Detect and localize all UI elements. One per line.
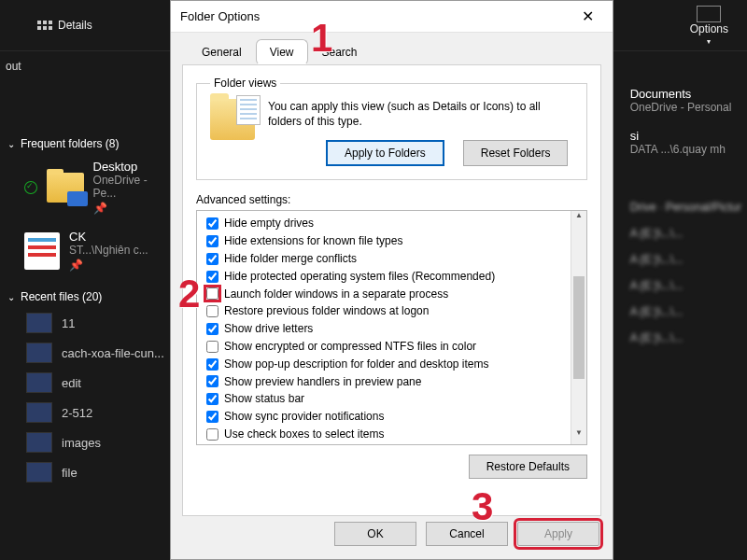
tab-search[interactable]: Search (308, 39, 372, 65)
option-label: Hide extensions for known file types (224, 233, 402, 249)
cancel-button[interactable]: Cancel (426, 522, 508, 546)
sync-check-icon (24, 181, 37, 194)
advanced-option[interactable]: Restore previous folder windows at logon (206, 302, 585, 320)
option-checkbox[interactable] (206, 323, 218, 335)
ribbon-details[interactable]: Details (37, 19, 92, 32)
file-drive: A (E:)\...\... (630, 279, 741, 292)
tab-body: Folder views You can apply this view (su… (182, 64, 601, 516)
advanced-option[interactable]: Hide extensions for known file types (206, 232, 585, 250)
apply-button[interactable]: Apply (517, 522, 599, 546)
option-label: Hide empty drives (224, 216, 314, 231)
file-name: 11 (62, 316, 75, 330)
file-thumb-icon (26, 372, 52, 393)
option-label: Show sync provider notifications (224, 409, 384, 425)
document-icon (24, 232, 60, 270)
file-name: edit (62, 376, 81, 390)
option-checkbox[interactable] (206, 375, 218, 387)
file-drive: A (E:)\...\... (630, 305, 741, 318)
option-checkbox[interactable] (206, 411, 218, 423)
option-checkbox[interactable] (206, 341, 218, 353)
option-checkbox[interactable] (206, 271, 218, 283)
folder-item[interactable]: si DATA ...\6.quay mh (630, 129, 741, 156)
file-row[interactable]: file (26, 462, 173, 483)
advanced-settings-label: Advanced settings: (196, 193, 587, 206)
file-row[interactable]: cach-xoa-file-cun... (26, 343, 173, 363)
advanced-option[interactable]: Show preview handlers in preview pane (206, 373, 585, 391)
restore-defaults-button[interactable]: Restore Defaults (469, 455, 587, 479)
folder-sub: ST...\Nghiên c... (69, 244, 148, 257)
option-label: Use check boxes to select items (224, 427, 384, 442)
advanced-option[interactable]: Show status bar (206, 390, 585, 408)
chevron-down-icon: ▾ (707, 37, 711, 46)
advanced-option[interactable]: Launch folder windows in a separate proc… (206, 286, 585, 303)
advanced-option[interactable]: Show sync provider notifications (206, 408, 585, 426)
advanced-option[interactable]: Hide folder merge conflicts (206, 250, 585, 268)
option-checkbox[interactable] (206, 253, 218, 265)
advanced-option[interactable]: Show drive letters (206, 320, 585, 338)
advanced-option[interactable]: Hide protected operating system files (R… (206, 268, 585, 286)
folder-name: Documents (630, 87, 732, 101)
folder-item[interactable]: Desktop OneDrive - Pe... 📌 (24, 160, 173, 215)
advanced-option[interactable]: Show encrypted or compressed NTFS files … (206, 338, 585, 356)
folder-sub: OneDrive - Pe... (93, 174, 173, 200)
folder-sub: OneDrive - Personal (630, 101, 732, 114)
file-thumb-icon (26, 432, 52, 453)
folder-item[interactable]: CK ST...\Nghiên c... 📌 (24, 230, 173, 272)
file-name: 2-512 (62, 406, 92, 420)
ribbon-options-label: Options (690, 22, 728, 35)
folder-views-legend: Folder views (210, 77, 280, 90)
ribbon-details-label: Details (58, 19, 92, 32)
option-checkbox[interactable] (206, 217, 218, 230)
scroll-up-icon[interactable]: ▲ (571, 211, 586, 227)
ribbon-options[interactable]: Options ▾ (690, 6, 728, 46)
option-checkbox[interactable] (206, 305, 218, 317)
option-checkbox[interactable] (206, 393, 218, 405)
file-row[interactable]: 2-512 (26, 402, 173, 423)
option-label: Show drive letters (224, 321, 313, 337)
scroll-thumb[interactable] (573, 276, 585, 379)
folder-item[interactable]: Documents OneDrive - Personal (630, 87, 741, 114)
apply-to-folders-button[interactable]: Apply to Folders (326, 140, 444, 166)
file-row[interactable]: edit (26, 372, 173, 393)
option-label: Show preview handlers in preview pane (224, 374, 421, 390)
file-row[interactable]: 11 (26, 313, 173, 333)
advanced-option[interactable]: Hide empty drives (206, 215, 585, 232)
file-thumb-icon (26, 343, 52, 363)
tab-general[interactable]: General (188, 39, 256, 65)
ok-button[interactable]: OK (334, 522, 416, 546)
advanced-settings-list[interactable]: Hide empty drivesHide extensions for kno… (196, 210, 587, 445)
file-thumb-icon (26, 313, 52, 333)
recent-files-header[interactable]: ⌄ Recent files (20) (7, 290, 173, 303)
folder-views-desc: You can apply this view (such as Details… (268, 99, 575, 129)
file-row[interactable]: images (26, 432, 173, 453)
frequent-folders-label: Frequent folders (8) (21, 137, 119, 150)
option-checkbox[interactable] (206, 235, 218, 247)
file-thumb-icon (26, 462, 52, 483)
scrollbar[interactable]: ▲ ▼ (571, 211, 586, 444)
close-button[interactable]: ✕ (572, 4, 603, 29)
option-label: Show status bar (224, 391, 304, 407)
option-label: Hide protected operating system files (R… (224, 269, 495, 285)
folder-views-group: Folder views You can apply this view (su… (196, 77, 587, 180)
frequent-folders-header[interactable]: ⌄ Frequent folders (8) (7, 137, 173, 150)
option-checkbox[interactable] (206, 287, 218, 300)
dialog-buttons: OK Cancel Apply (171, 522, 613, 559)
advanced-option[interactable]: Use Sharing Wizard (Recommended) (206, 443, 585, 446)
option-checkbox[interactable] (206, 428, 218, 441)
option-checkbox[interactable] (206, 358, 218, 371)
option-label: Show encrypted or compressed NTFS files … (224, 339, 476, 355)
option-label: Use Sharing Wizard (Recommended) (224, 444, 410, 446)
file-drive: A (E:)\...\... (630, 331, 741, 344)
folder-name: Desktop (93, 160, 173, 174)
tab-view[interactable]: View (256, 39, 308, 65)
reset-folders-button[interactable]: Reset Folders (463, 140, 569, 166)
folder-name: CK (69, 230, 148, 244)
advanced-option[interactable]: Use check boxes to select items (206, 426, 585, 443)
advanced-option[interactable]: Show pop-up description for folder and d… (206, 356, 585, 373)
option-label: Launch folder windows in a separate proc… (224, 287, 448, 302)
folder-sub: DATA ...\6.quay mh (630, 143, 726, 156)
dialog-titlebar: Folder Options ✕ (171, 1, 613, 33)
file-name: file (62, 466, 78, 480)
scroll-down-icon[interactable]: ▼ (571, 428, 586, 444)
option-label: Hide folder merge conflicts (224, 251, 357, 267)
